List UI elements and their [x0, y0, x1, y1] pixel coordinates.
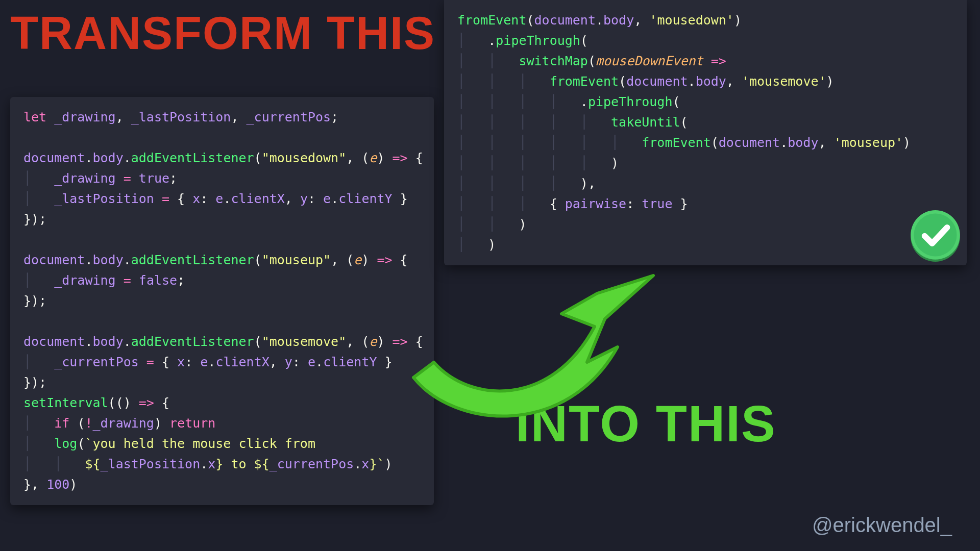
code-line	[23, 311, 421, 332]
code-line: document.body.addEventListener("mouseup"…	[23, 250, 421, 270]
code-line: │ if (!_drawing) return	[23, 413, 421, 434]
code-line: let _drawing, _lastPosition, _currentPos…	[23, 107, 421, 128]
code-line: │ │ │ │ │ takeUntil(	[457, 112, 953, 133]
code-line: │ .pipeThrough(	[457, 31, 953, 51]
code-line: setInterval(() => {	[23, 393, 421, 413]
code-line: });	[23, 372, 421, 393]
code-block-before: let _drawing, _lastPosition, _currentPos…	[10, 97, 434, 505]
code-line	[23, 128, 421, 148]
code-line: │ _drawing = true;	[23, 168, 421, 189]
code-line: │ │ │ { pairwise: true }	[457, 194, 953, 214]
code-line: document.body.addEventListener("mousedow…	[23, 148, 421, 168]
arrow-icon	[393, 245, 699, 449]
checkmark-badge-icon	[909, 209, 962, 263]
code-line: │ │ │ │ │ )	[457, 153, 953, 173]
code-line: │ │ )	[457, 214, 953, 235]
heading-transform-this: TRANSFORM THIS	[10, 10, 435, 56]
author-handle: @erickwendel_	[812, 514, 952, 537]
code-line: fromEvent(document.body, 'mousedown')	[457, 10, 953, 31]
code-line: │ │ │ │ .pipeThrough(	[457, 92, 953, 112]
code-line: });	[23, 209, 421, 230]
code-line: │ │ │ fromEvent(document.body, 'mousemov…	[457, 71, 953, 92]
code-line: │ _currentPos = { x: e.clientX, y: e.cli…	[23, 352, 421, 372]
code-line: │ log(`you held the mouse click from	[23, 434, 421, 454]
code-block-after: fromEvent(document.body, 'mousedown')│ .…	[444, 0, 967, 265]
code-line: │ _drawing = false;	[23, 270, 421, 291]
code-line: │ _lastPosition = { x: e.clientX, y: e.c…	[23, 189, 421, 209]
code-line: });	[23, 291, 421, 311]
svg-point-2	[914, 213, 957, 256]
code-line: │ │ │ │ │ │ fromEvent(document.body, 'mo…	[457, 133, 953, 153]
code-line: │ │ switchMap(mouseDownEvent =>	[457, 51, 953, 71]
code-line: document.body.addEventListener("mousemov…	[23, 332, 421, 352]
code-line	[23, 230, 421, 250]
code-line: │ │ │ │ ),	[457, 173, 953, 194]
code-line: }, 100)	[23, 474, 421, 495]
code-line: │ │ ${_lastPosition.x} to ${_currentPos.…	[23, 454, 421, 474]
